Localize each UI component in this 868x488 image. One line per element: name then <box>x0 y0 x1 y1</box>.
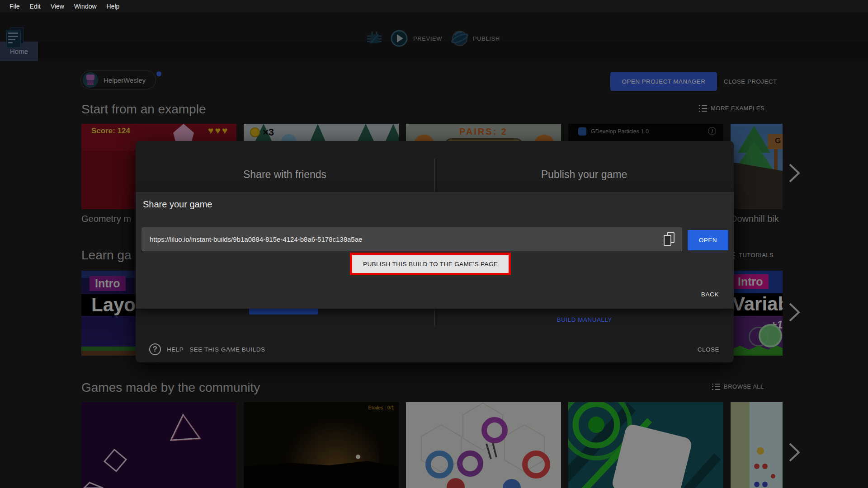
close-dialog-button[interactable]: CLOSE <box>698 346 719 353</box>
copy-icon[interactable] <box>664 232 675 247</box>
dialog-tab-share-with-friends[interactable]: Share with friends <box>136 141 434 191</box>
build-url-field[interactable]: https://liluo.io/instant-builds/9b1a0884… <box>142 227 682 251</box>
dialog-tab-publish-your-game[interactable]: Publish your game <box>435 141 733 191</box>
annotation-highlight: PUBLISH THIS BUILD TO THE GAME'S PAGE <box>350 253 511 275</box>
export-dialog: Share with friends Publish your game BUI… <box>136 141 734 362</box>
help-icon[interactable]: ? <box>149 343 161 355</box>
menu-bar: File Edit View Window Help <box>0 0 868 12</box>
share-panel-title: Share your game <box>143 199 212 210</box>
share-game-panel: Share your game https://liluo.io/instant… <box>136 192 734 309</box>
gdevelop-window: File Edit View Window Help <box>0 0 868 488</box>
menu-file[interactable]: File <box>5 3 25 10</box>
help-button[interactable]: HELP <box>167 346 184 353</box>
menu-view[interactable]: View <box>46 3 69 10</box>
back-button[interactable]: BACK <box>701 291 719 298</box>
menu-edit[interactable]: Edit <box>25 3 46 10</box>
menu-window[interactable]: Window <box>69 3 102 10</box>
see-game-builds-button[interactable]: SEE THIS GAME BUILDS <box>189 346 265 353</box>
menu-help[interactable]: Help <box>102 3 125 10</box>
open-build-button[interactable]: OPEN <box>688 230 728 250</box>
build-manually-link[interactable]: BUILD MANUALLY <box>525 316 644 323</box>
dialog-actions-row: ? HELP SEE THIS GAME BUILDS CLOSE <box>136 336 734 362</box>
publish-this-build-button[interactable]: PUBLISH THIS BUILD TO THE GAME'S PAGE <box>352 255 509 273</box>
